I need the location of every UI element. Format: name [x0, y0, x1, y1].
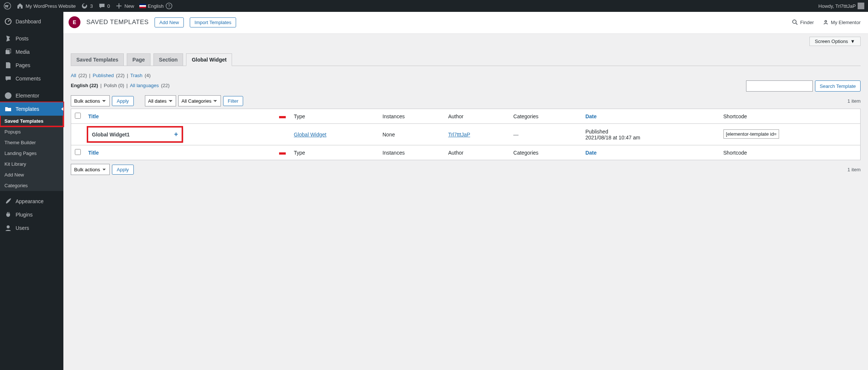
- template-title[interactable]: Global Widget1: [92, 132, 130, 138]
- search-row: Search Template: [746, 80, 861, 92]
- lang-all[interactable]: All languages: [130, 83, 159, 88]
- filter-trash[interactable]: Trash: [130, 73, 143, 78]
- row-categories: —: [510, 124, 582, 145]
- tab-global-widget[interactable]: Global Widget: [186, 53, 232, 66]
- row-author[interactable]: Trl7tttJaP: [448, 132, 470, 138]
- import-templates-button[interactable]: Import Templates: [190, 17, 236, 27]
- submenu-landing-pages[interactable]: Landing Pages: [0, 148, 63, 159]
- menu-plugins[interactable]: Plugins: [0, 208, 63, 221]
- items-count-bottom: 1 item: [848, 167, 861, 172]
- screen-options-toggle[interactable]: Screen Options ▼: [809, 37, 861, 46]
- menu-media[interactable]: Media: [0, 45, 63, 59]
- col-author: Author: [444, 109, 510, 124]
- person-icon: [823, 19, 829, 25]
- user-icon: [4, 224, 12, 232]
- avatar-icon: [858, 3, 864, 9]
- apply-top-button[interactable]: Apply: [112, 96, 134, 106]
- caret-down-icon: ▼: [850, 39, 855, 44]
- svg-text:?: ?: [168, 4, 170, 8]
- page-header: E SAVED TEMPLATES Add New Import Templat…: [63, 12, 868, 34]
- wp-logo[interactable]: [4, 2, 11, 10]
- col-instances: Instances: [379, 109, 444, 124]
- templates-submenu-rest: Popups Theme Builder Landing Pages Kit L…: [0, 126, 63, 191]
- language-link[interactable]: English?: [139, 2, 173, 10]
- date-filter[interactable]: All dates: [145, 95, 176, 106]
- row-type[interactable]: Global Widget: [294, 132, 327, 138]
- page-title: SAVED TEMPLATES: [86, 19, 149, 26]
- tab-saved-templates[interactable]: Saved Templates: [71, 53, 124, 66]
- row-shortcode[interactable]: [elementor-template id=: [723, 129, 779, 139]
- menu-posts[interactable]: Posts: [0, 32, 63, 45]
- search-icon: [792, 19, 798, 25]
- site-name-link[interactable]: My WordPress Website: [16, 2, 76, 10]
- tab-page[interactable]: Page: [127, 53, 150, 66]
- row-instances: None: [379, 124, 444, 145]
- submenu-add-new[interactable]: Add New: [0, 169, 63, 180]
- search-input[interactable]: [746, 80, 813, 92]
- finder-link[interactable]: Finder: [792, 19, 814, 25]
- templates-submenu: Saved Templates: [0, 116, 63, 126]
- filter-all[interactable]: All: [71, 73, 76, 78]
- templates-table: Title Type Instances Author Categories D…: [71, 109, 861, 160]
- col-date-foot[interactable]: Date: [585, 150, 596, 156]
- col-shortcode: Shortcode: [720, 109, 861, 124]
- comments-link[interactable]: 0: [98, 2, 110, 10]
- bulk-actions-bottom[interactable]: Bulk actions: [71, 164, 110, 175]
- tablenav-top: Bulk actions Apply All dates All Categor…: [71, 95, 861, 106]
- menu-pages[interactable]: Pages: [0, 59, 63, 72]
- tab-section[interactable]: Section: [153, 53, 183, 66]
- new-content-link[interactable]: New: [115, 2, 134, 10]
- bulk-actions-top[interactable]: Bulk actions: [71, 95, 110, 106]
- search-template-button[interactable]: Search Template: [815, 80, 861, 92]
- update-icon: [81, 2, 88, 10]
- menu-users[interactable]: Users: [0, 221, 63, 235]
- help-icon: ?: [165, 2, 173, 10]
- add-translation-icon[interactable]: +: [174, 131, 178, 138]
- plug-icon: [4, 211, 12, 218]
- elementor-icon: [4, 92, 12, 99]
- category-filter[interactable]: All Categories: [178, 95, 221, 106]
- col-title-foot[interactable]: Title: [88, 150, 99, 156]
- submenu-popups[interactable]: Popups: [0, 126, 63, 137]
- row-title-highlight: Global Widget1 +: [88, 128, 182, 141]
- col-categories: Categories: [510, 109, 582, 124]
- home-icon: [16, 2, 24, 10]
- select-all-top[interactable]: [75, 113, 81, 119]
- language-filters: English (22) | Polish (0) | All language…: [71, 83, 170, 88]
- menu-comments[interactable]: Comments: [0, 72, 63, 85]
- menu-appearance[interactable]: Appearance: [0, 195, 63, 208]
- pin-icon: [4, 35, 12, 42]
- folder-open-icon: [4, 105, 12, 113]
- apply-bottom-button[interactable]: Apply: [112, 165, 134, 175]
- menu-dashboard[interactable]: Dashboard: [0, 15, 63, 28]
- lang-polish[interactable]: Polish (0): [104, 83, 124, 88]
- lang-english[interactable]: English (22): [71, 83, 98, 88]
- submenu-categories[interactable]: Categories: [0, 180, 63, 191]
- elementor-logo-icon: E: [69, 16, 80, 28]
- filter-published[interactable]: Published: [93, 73, 114, 78]
- col-date[interactable]: Date: [585, 113, 596, 119]
- uk-flag-icon: [139, 4, 146, 8]
- col-title[interactable]: Title: [88, 113, 99, 119]
- submenu-kit-library[interactable]: Kit Library: [0, 159, 63, 169]
- my-elementor-link[interactable]: My Elementor: [823, 19, 861, 25]
- comments-icon: [4, 75, 12, 82]
- submenu-saved-templates[interactable]: Saved Templates: [0, 116, 63, 126]
- media-icon: [4, 48, 12, 56]
- plus-icon: [115, 2, 123, 10]
- submenu-theme-builder[interactable]: Theme Builder: [0, 137, 63, 148]
- admin-menu: Dashboard Posts Media Pages Comments Ele…: [0, 12, 63, 370]
- svg-point-7: [7, 225, 10, 228]
- menu-elementor[interactable]: Elementor: [0, 89, 63, 102]
- polish-flag-icon-foot: [279, 152, 286, 155]
- items-count-top: 1 item: [848, 98, 861, 104]
- filter-button[interactable]: Filter: [223, 96, 243, 106]
- main-content: E SAVED TEMPLATES Add New Import Templat…: [63, 12, 868, 370]
- my-account-link[interactable]: Howdy, Trl7tttJaP: [818, 3, 864, 9]
- add-new-button[interactable]: Add New: [155, 17, 184, 27]
- menu-templates[interactable]: Templates: [0, 102, 63, 116]
- dashboard-icon: [4, 18, 12, 25]
- page-icon: [4, 62, 12, 69]
- updates-link[interactable]: 3: [81, 2, 93, 10]
- select-all-bottom[interactable]: [75, 149, 81, 155]
